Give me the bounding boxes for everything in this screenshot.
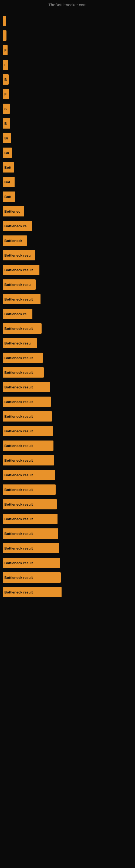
bar-row: Bottleneck resu [3, 278, 135, 291]
bar-label: Bottleneck result [3, 265, 39, 275]
bar-row: Bottleneck resu [3, 248, 135, 262]
bar-label: Bottleneck result [3, 572, 61, 583]
bar-row: Bottleneck result [3, 585, 135, 599]
bar-row: Bottleneck result [3, 292, 135, 306]
bar-label: I [3, 60, 8, 70]
bar-label: Bottleneck [3, 236, 27, 246]
bar-row: Bi [3, 131, 135, 145]
bar-row: Bottleneck result [3, 483, 135, 497]
bar-label: Bottleneck resu [3, 279, 36, 290]
bar-row: Bottleneck result [3, 512, 135, 526]
bar-label: Bottleneck result [3, 323, 42, 334]
bar-row: Bottleneck re [3, 219, 135, 233]
bar-row: Bottleneck result [3, 395, 135, 409]
bar-label: Bottleneck resu [3, 338, 37, 348]
bar-label: Bottleneck result [3, 411, 52, 422]
bar-row: S [3, 102, 135, 116]
bar-row: Bottleneck re [3, 307, 135, 321]
bar-label: F [3, 45, 8, 55]
bar-row: Bottleneck result [3, 541, 135, 555]
bar-row: Bottleneck result [3, 351, 135, 365]
bar-row: Bott [3, 160, 135, 175]
bar-label: Bottleneck result [3, 528, 58, 539]
bar-row: Bott [3, 190, 135, 204]
bar-row: Bottleneck result [3, 570, 135, 585]
bar-label: Bottleneck result [3, 397, 51, 407]
bar-row [3, 14, 135, 28]
bar-row: Bo [3, 146, 135, 160]
bar-label [3, 30, 6, 41]
bar-label: Bottleneck result [3, 352, 43, 363]
bar-label: Bott [3, 162, 14, 173]
bars-container: FIBFSBBiBoBottBotBottBottlenecBottleneck… [0, 8, 135, 605]
bar-row: Bottleneck result [3, 424, 135, 438]
bar-row: Bottleneck result [3, 321, 135, 336]
bar-row: Bottleneck result [3, 263, 135, 277]
bar-label [3, 16, 6, 26]
bar-label: S [3, 104, 10, 114]
bar-row: Bottleneck result [3, 527, 135, 540]
bar-label: Bottleneck result [3, 587, 61, 597]
bar-label: B [3, 118, 10, 129]
bar-label: Bo [3, 148, 12, 158]
bar-label: Bottleneck re [3, 309, 32, 319]
bar-row: B [3, 72, 135, 87]
bar-row: Bottleneck result [3, 453, 135, 467]
bar-row: Bottleneck result [3, 380, 135, 394]
bar-row: Bottleneck resu [3, 336, 135, 350]
bar-label: Bottleneck result [3, 426, 53, 436]
bar-label: Bottleneck resu [3, 250, 35, 260]
bar-row [3, 29, 135, 42]
bar-row: Bottleneck [3, 234, 135, 248]
bar-label: Bott [3, 191, 15, 202]
bar-label: Bottleneck result [3, 470, 55, 480]
bar-row: Bottleneck result [3, 409, 135, 424]
bar-row: F [3, 43, 135, 57]
bar-label: Bottleneck result [3, 499, 57, 509]
bar-label: Bottleneck result [3, 367, 44, 378]
bar-label: Bottleneck result [3, 558, 60, 568]
bar-row: Bottlenec [3, 204, 135, 218]
bar-row: Bottleneck result [3, 439, 135, 453]
bar-label: Bottleneck result [3, 294, 41, 304]
bar-label: Bottleneck result [3, 485, 56, 495]
bar-label: Bottleneck result [3, 514, 57, 524]
bar-label: F [3, 89, 9, 99]
bar-label: Bottleneck re [3, 221, 32, 231]
bar-row: Bottleneck result [3, 468, 135, 482]
bar-row: Bottleneck result [3, 556, 135, 570]
bar-label: Bottleneck result [3, 455, 54, 465]
bar-row: B [3, 116, 135, 130]
bar-row: I [3, 58, 135, 72]
bar-row: Bot [3, 175, 135, 189]
bar-label: B [3, 74, 9, 85]
bar-label: Bi [3, 133, 11, 143]
bar-row: Bottleneck result [3, 497, 135, 511]
bar-label: Bot [3, 177, 14, 187]
bar-row: F [3, 87, 135, 101]
bar-label: Bottleneck result [3, 440, 53, 451]
bar-row: Bottleneck result [3, 365, 135, 379]
bar-label: Bottleneck result [3, 543, 59, 553]
bar-label: Bottlenec [3, 206, 24, 216]
site-title-text: TheBottlenecker.com [0, 0, 135, 8]
bar-label: Bottleneck result [3, 382, 50, 392]
